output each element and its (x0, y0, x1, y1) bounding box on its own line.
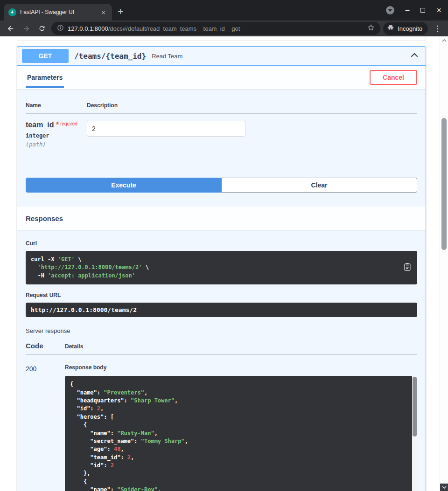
incognito-label: Incognito (398, 25, 422, 32)
response-body-label: Response body (65, 364, 417, 371)
column-code: Code (26, 342, 65, 350)
url-bar[interactable]: 127.0.0.1:8000/docs#/default/read_team_t… (51, 22, 380, 35)
browser-menu-icon[interactable]: ⋮ (431, 24, 444, 34)
browser-update-icon[interactable] (386, 6, 394, 14)
opblock-summary[interactable]: GET /teams/{team_id} Read Team (17, 47, 426, 66)
response-body-block: { "name": "Preventers", "headquarters": … (65, 376, 417, 491)
url-host: 127.0.0.1:8000 (68, 25, 108, 32)
status-code: 200 (26, 364, 65, 491)
swagger-page: GET /teams/{team_id} Read Team Parameter… (0, 36, 448, 491)
responses-title: Responses (26, 214, 63, 222)
url-text: 127.0.0.1:8000/docs#/default/read_team_t… (68, 25, 364, 32)
response-table-head: Code Details (26, 342, 417, 355)
incognito-badge: Incognito (383, 22, 428, 35)
browser-address-bar: 127.0.0.1:8000/docs#/default/read_team_t… (0, 21, 448, 36)
opblock-get-read-team: GET /teams/{team_id} Read Team Parameter… (17, 46, 426, 491)
team-id-input[interactable] (87, 121, 245, 137)
curl-label: Curl (26, 240, 417, 247)
incognito-spy-icon (386, 23, 395, 34)
curl-block: curl -X 'GET' \ 'http://127.0.0.1:8000/t… (26, 251, 417, 284)
execute-button[interactable]: Execute (26, 178, 222, 193)
response-body-code: { "name": "Preventers", "headquarters": … (65, 376, 417, 491)
collapse-chevron-icon[interactable] (408, 48, 421, 63)
previous-block-edge (17, 36, 426, 41)
endpoint-path: /teams/{team_id} (74, 52, 146, 61)
copy-icon[interactable] (402, 261, 413, 274)
response-scrollbar-thumb[interactable] (413, 377, 417, 436)
scroll-up-icon[interactable] (440, 38, 448, 43)
column-details: Details (65, 343, 83, 350)
fastapi-favicon-icon (8, 8, 16, 16)
tab-title: FastAPI - Swagger UI (20, 9, 96, 15)
parameters-table-head: Name Description (26, 97, 417, 114)
minimize-button[interactable]: – (406, 7, 410, 14)
responses-body: Curl curl -X 'GET' \ 'http://127.0.0.1:8… (17, 230, 426, 491)
parameter-row: team_id *required integer (path) (26, 114, 417, 148)
column-name: Name (26, 102, 87, 109)
tab-close-icon[interactable]: × (99, 8, 107, 17)
page-scrollbar[interactable] (440, 36, 448, 491)
browser-tab-bar: FastAPI - Swagger UI × + – × (0, 0, 448, 21)
browser-tab[interactable]: FastAPI - Swagger UI × (4, 4, 112, 21)
parameter-name: team_id *required (26, 121, 87, 129)
responses-header: Responses (17, 207, 426, 230)
reload-button[interactable] (35, 22, 49, 35)
request-url-label: Request URL (26, 292, 417, 298)
endpoint-summary: Read Team (152, 53, 182, 60)
execute-row: Execute Clear (26, 178, 417, 193)
response-scrollbar[interactable] (412, 376, 417, 491)
parameter-location: (path) (26, 141, 87, 148)
clear-button[interactable]: Clear (222, 178, 417, 193)
method-badge: GET (22, 49, 69, 63)
curl-code: curl -X 'GET' \ 'http://127.0.0.1:8000/t… (26, 251, 417, 284)
window-close-button[interactable]: × (436, 6, 441, 14)
maximize-button[interactable] (420, 8, 425, 13)
required-label: required (60, 121, 77, 126)
response-row: 200 Response body { "name": "Preventers"… (26, 364, 417, 491)
request-url-value: http://127.0.0.1:8000/teams/2 (26, 303, 417, 317)
server-response-label: Server response (26, 327, 417, 334)
forward-button[interactable] (20, 22, 33, 35)
bookmark-star-icon[interactable] (367, 24, 375, 33)
parameters-header: Parameters Cancel (17, 66, 426, 89)
required-star: * (56, 121, 59, 129)
new-tab-button[interactable]: + (118, 7, 124, 17)
url-path: /docs#/default/read_team_teams__team_id_… (108, 25, 240, 32)
cancel-button[interactable]: Cancel (370, 70, 417, 85)
tab-parameters: Parameters (26, 67, 64, 88)
column-description: Description (87, 102, 417, 109)
parameters-body: Name Description team_id *required integ… (17, 89, 426, 207)
back-button[interactable] (4, 22, 17, 35)
parameter-type: integer (26, 132, 87, 139)
scroll-down-icon[interactable] (440, 484, 448, 491)
page-scrollbar-thumb[interactable] (441, 118, 447, 250)
site-info-icon[interactable] (57, 24, 64, 33)
